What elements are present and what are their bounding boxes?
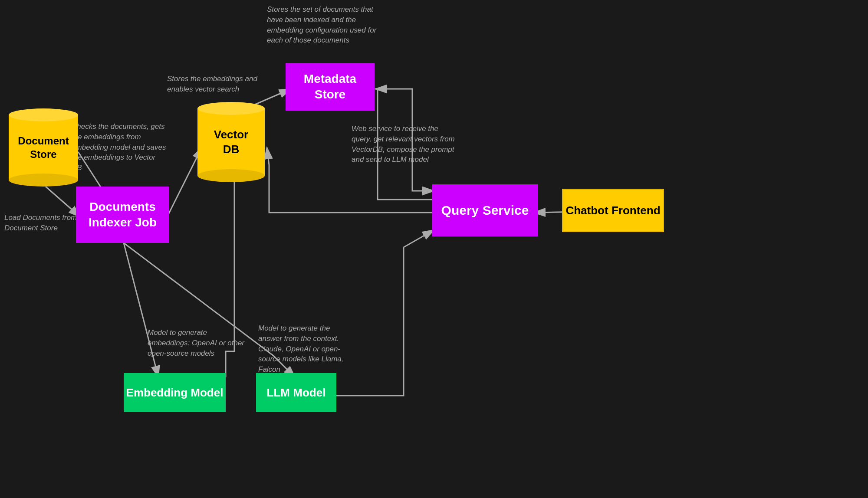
annotation-query-service-desc: Web service to receive the query, get re…	[352, 124, 460, 165]
vector-db-label: Vector DB	[214, 128, 249, 157]
llm-model-node: LLM Model	[256, 373, 336, 412]
diagram-container: Document Store Documents Indexer Job Vec…	[0, 0, 868, 498]
query-service-label: Query Service	[441, 203, 529, 218]
documents-indexer-label: Documents Indexer Job	[89, 199, 157, 231]
annotation-metadata-desc: Stores the set of documents that have be…	[267, 4, 388, 46]
embedding-model-node: Embedding Model	[124, 373, 226, 412]
llm-model-label: LLM Model	[267, 386, 326, 400]
chatbot-frontend-node: Chatbot Frontend	[562, 189, 664, 232]
documents-indexer-node: Documents Indexer Job	[76, 187, 169, 243]
chatbot-frontend-label: Chatbot Frontend	[566, 204, 660, 217]
embedding-model-label: Embedding Model	[126, 386, 224, 400]
document-store-label: Document Store	[18, 134, 69, 161]
query-service-node: Query Service	[432, 184, 538, 236]
annotation-indexer-desc: Checks the documents, gets the embedding…	[72, 121, 167, 173]
metadata-store-label: Metadata Store	[304, 71, 356, 103]
annotation-embedding-desc: Model to generate embeddings: OpenAI or …	[148, 328, 247, 358]
document-store-node: Document Store	[9, 108, 78, 187]
annotation-llm-desc: Model to generate the answer from the co…	[258, 323, 354, 375]
metadata-store-node: Metadata Store	[286, 63, 375, 111]
vector-db-node: Vector DB	[197, 102, 265, 182]
svg-line-3	[167, 147, 202, 217]
annotation-vector-db-desc: Stores the embeddings and enables vector…	[167, 74, 258, 95]
arrows-svg	[0, 0, 868, 498]
